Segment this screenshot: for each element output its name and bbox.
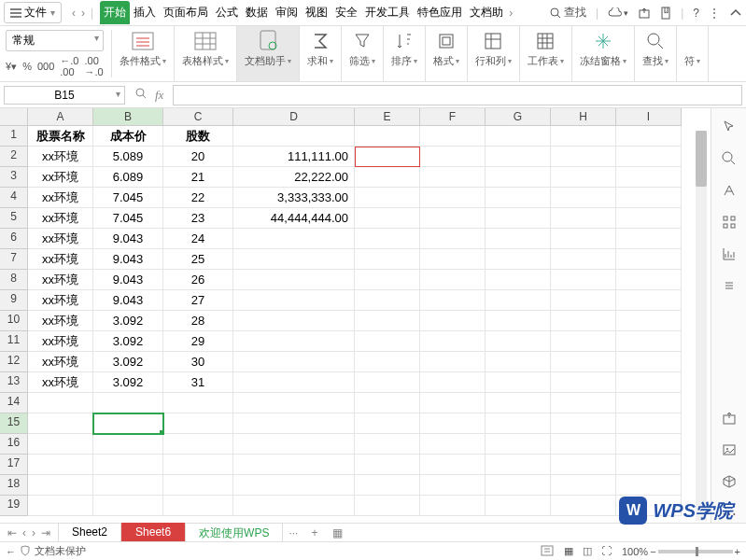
cell[interactable]: xx环境 <box>28 147 93 167</box>
cell[interactable] <box>616 434 682 455</box>
ribbon-cond-button[interactable]: 条件格式▾ <box>112 26 175 81</box>
row-header[interactable]: 9 <box>0 290 28 311</box>
cell[interactable] <box>163 393 233 413</box>
cell[interactable] <box>616 208 682 229</box>
apps-icon[interactable] <box>720 213 739 231</box>
cell[interactable]: 30 <box>163 352 233 372</box>
cell[interactable] <box>233 434 355 455</box>
cell[interactable] <box>616 147 682 167</box>
cell[interactable] <box>616 126 682 147</box>
cell[interactable] <box>486 147 551 167</box>
ribbon-tab[interactable]: 数据 <box>242 1 272 24</box>
shape-circle-icon[interactable] <box>720 149 739 168</box>
row-header[interactable]: 10 <box>0 311 28 331</box>
cell[interactable] <box>355 372 420 393</box>
row-header[interactable]: 13 <box>0 372 28 393</box>
ribbon-sort-button[interactable]: 排序▾ <box>384 26 426 81</box>
cell[interactable] <box>420 372 486 393</box>
cell[interactable] <box>233 290 355 311</box>
row-header[interactable]: 17 <box>0 455 28 475</box>
file-menu-button[interactable]: 文件 ▾ <box>4 2 62 23</box>
cell[interactable]: 股数 <box>163 126 233 147</box>
ribbon-tab[interactable]: 视图 <box>302 1 331 24</box>
cell[interactable] <box>616 167 682 188</box>
cell[interactable] <box>486 496 551 516</box>
cell[interactable]: xx环境 <box>28 229 93 249</box>
cell[interactable] <box>420 270 486 290</box>
cell[interactable] <box>486 311 551 331</box>
cell[interactable] <box>616 475 682 496</box>
cell[interactable] <box>616 393 682 413</box>
row-header[interactable]: 12 <box>0 352 28 372</box>
cell[interactable] <box>233 311 355 331</box>
cell[interactable]: 44,444,444.00 <box>233 208 355 229</box>
cell[interactable] <box>355 167 420 188</box>
cell[interactable]: 25 <box>163 249 233 270</box>
fx-icon[interactable]: fx <box>155 88 163 103</box>
cell[interactable] <box>355 270 420 290</box>
select-all-corner[interactable] <box>0 108 28 126</box>
cell[interactable] <box>93 413 163 434</box>
cell[interactable] <box>355 496 420 516</box>
cell[interactable] <box>551 475 616 496</box>
cell[interactable] <box>551 290 616 311</box>
ribbon-tab[interactable]: 安全 <box>331 1 361 24</box>
cell[interactable] <box>420 249 486 270</box>
cell[interactable] <box>163 475 233 496</box>
cell[interactable]: 20 <box>163 147 233 167</box>
prev-sheet-icon[interactable]: ‹ <box>22 526 26 539</box>
cell[interactable] <box>551 352 616 372</box>
cell[interactable]: 3.092 <box>93 331 163 352</box>
cell[interactable] <box>420 167 486 188</box>
cell[interactable] <box>93 496 163 516</box>
cloud-icon[interactable]: ▾ <box>608 7 628 19</box>
ribbon-tab[interactable]: 审阅 <box>272 1 302 24</box>
col-header[interactable]: B <box>93 108 163 126</box>
cell[interactable] <box>420 290 486 311</box>
ribbon-tab[interactable]: 文档助 <box>466 1 507 24</box>
cell[interactable] <box>551 496 616 516</box>
cell[interactable] <box>486 229 551 249</box>
cell[interactable]: 7.045 <box>93 208 163 229</box>
ribbon-sum-button[interactable]: 求和▾ <box>300 26 342 81</box>
cell[interactable]: 29 <box>163 331 233 352</box>
ribbon-tab[interactable]: 插入 <box>130 1 160 24</box>
cell[interactable] <box>486 455 551 475</box>
cell[interactable] <box>355 393 420 413</box>
cell[interactable]: 成本价 <box>93 126 163 147</box>
sheet-tabs-more[interactable]: ··· <box>283 526 303 539</box>
cell[interactable]: 22 <box>163 188 233 208</box>
ribbon-sheet-button[interactable]: 工作表▾ <box>520 26 572 81</box>
currency-button[interactable]: ¥▾ <box>6 61 17 73</box>
ribbon-tab[interactable]: 开始 <box>100 1 130 24</box>
cell[interactable] <box>93 393 163 413</box>
cell[interactable]: 7.045 <box>93 188 163 208</box>
cell[interactable] <box>616 188 682 208</box>
cell[interactable]: 3,333,333.00 <box>233 188 355 208</box>
cell[interactable] <box>420 147 486 167</box>
cell[interactable] <box>28 393 93 413</box>
cell[interactable] <box>420 208 486 229</box>
cell[interactable] <box>420 455 486 475</box>
cell[interactable]: 5.089 <box>93 147 163 167</box>
ribbon-search-button[interactable]: 查找▾ <box>635 26 677 81</box>
cell[interactable] <box>616 352 682 372</box>
cell[interactable] <box>551 372 616 393</box>
cell[interactable]: 27 <box>163 290 233 311</box>
percent-button[interactable]: % <box>22 61 32 72</box>
chart-icon[interactable] <box>720 245 739 263</box>
help-icon[interactable]: ? <box>693 7 699 20</box>
cell[interactable] <box>355 331 420 352</box>
cell[interactable] <box>551 188 616 208</box>
cell[interactable]: 9.043 <box>93 229 163 249</box>
cell[interactable] <box>233 229 355 249</box>
cell[interactable] <box>28 475 93 496</box>
cell[interactable] <box>420 126 486 147</box>
cell[interactable] <box>93 434 163 455</box>
cell[interactable]: xx环境 <box>28 352 93 372</box>
cell[interactable]: xx环境 <box>28 311 93 331</box>
cell[interactable] <box>616 311 682 331</box>
thousand-sep-button[interactable]: 000 <box>37 61 54 72</box>
cell[interactable] <box>486 434 551 455</box>
cell[interactable] <box>355 208 420 229</box>
